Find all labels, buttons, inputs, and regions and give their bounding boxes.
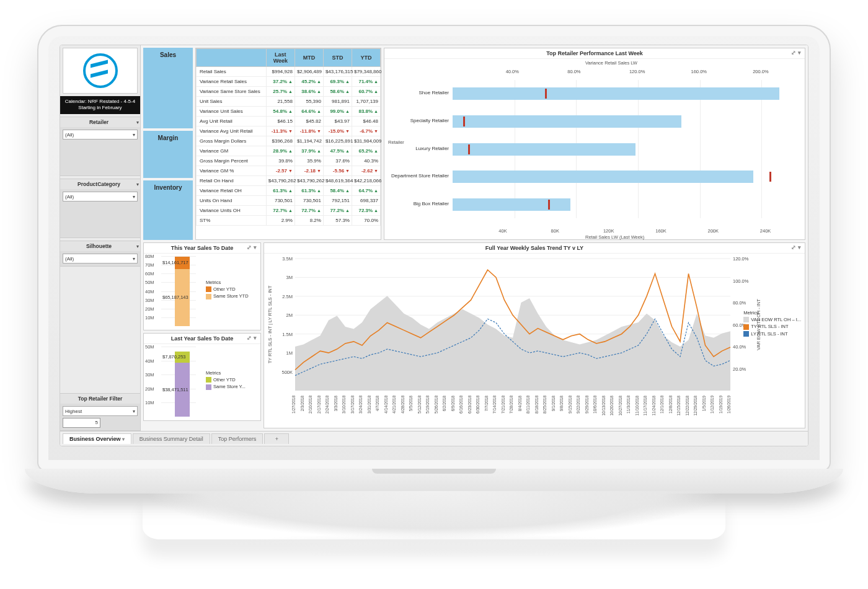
kpi-value: $42,218,066 xyxy=(352,176,380,186)
kpi-value: 730,501 xyxy=(294,196,323,206)
gridline xyxy=(700,80,701,218)
retailer-axis-label: Retailer xyxy=(388,140,404,145)
filter-dropdown-silhouette[interactable]: (All)▾ xyxy=(63,254,138,264)
filter-label: Retailer xyxy=(89,119,108,125)
kpi-value: 83.8% xyxy=(352,107,380,117)
filter-header: ProductCategory▾ xyxy=(60,179,140,189)
filter-dropdown-productcategory[interactable]: (All)▾ xyxy=(63,192,138,202)
chevron-down-icon: ▾ xyxy=(133,194,135,200)
legend-item: VAR EOW RTL OH – I... xyxy=(743,317,801,323)
laptop-shadow xyxy=(211,533,657,558)
svg-text:9/22/2018: 9/22/2018 xyxy=(576,396,580,414)
retailer-row-label: Department Store Retailer xyxy=(387,173,449,179)
kpi-value: 54.8% xyxy=(266,107,294,117)
kpi-row: Variance Retail Sales37.2%45.2%69.3%71.4… xyxy=(197,77,381,87)
filter-block-productcategory: ProductCategory▾ (All)▾ xyxy=(60,179,140,238)
filter-dropdown-retailer[interactable]: (All)▾ xyxy=(63,130,138,140)
kpi-value: 55,390 xyxy=(294,97,323,107)
same-store-value-label: $38,471,511 xyxy=(162,387,188,392)
kpi-value: 37.2% xyxy=(266,77,294,87)
kpi-metric-name: Retail On Hand xyxy=(197,176,267,186)
svg-text:3/17/2018: 3/17/2018 xyxy=(350,396,355,414)
tab-add-button[interactable]: + xyxy=(264,433,289,444)
kpi-value: 72.7% xyxy=(294,206,323,216)
tab-business-summary-detail[interactable]: Business Summary Detail xyxy=(133,433,210,444)
axis-tick: 200.0% xyxy=(753,69,768,74)
kpi-value: -2.57 xyxy=(266,166,294,176)
gridline xyxy=(761,80,762,218)
kpi-value: 65.2% xyxy=(352,146,380,156)
expand-icon[interactable]: ⤢ ▾ xyxy=(247,335,257,341)
kpi-metric-name: Gross Margin Percent xyxy=(197,156,267,166)
kpi-value: -15.0% xyxy=(323,126,352,136)
top-retailer-filter-dropdown[interactable]: Highest ▾ xyxy=(63,406,138,416)
other-value-label: $14,161,717 xyxy=(162,260,188,265)
kpi-value: 64.6% xyxy=(294,107,323,117)
section-sales-label: Sales xyxy=(143,48,193,128)
weekly-trend-chart: 500K1M1.5M2M2.5M3M3.5M20.0%40.0%60.0%80.… xyxy=(264,254,805,428)
kpi-col-header: YTD xyxy=(352,49,380,67)
svg-text:2/10/2018: 2/10/2018 xyxy=(308,396,312,414)
svg-text:3/3/2018: 3/3/2018 xyxy=(334,396,338,412)
axis-tick: 40M xyxy=(145,358,154,364)
svg-text:3/24/2018: 3/24/2018 xyxy=(358,396,363,414)
legend-item: LY RTL SLS - INT xyxy=(743,331,801,337)
kpi-value: 47.5% xyxy=(323,146,352,156)
kpi-value: $396,268 xyxy=(266,136,294,146)
sidebar-panel: Calendar: NRF Restated - 4-5-4 Starting … xyxy=(60,45,141,431)
tab-business-overview[interactable]: Business Overview xyxy=(63,433,131,444)
svg-text:8/18/2018: 8/18/2018 xyxy=(534,396,539,414)
retailer-row-label: Big Box Retailer xyxy=(387,201,449,206)
svg-text:2/17/2018: 2/17/2018 xyxy=(317,396,321,414)
expand-icon[interactable]: ⤢ ▾ xyxy=(247,244,257,250)
kpi-value: $1,194,742 xyxy=(294,136,323,146)
svg-text:1/19/2019: 1/19/2019 xyxy=(719,396,723,414)
kpi-metric-name: Variance Units OH xyxy=(197,206,267,216)
retailer-perf-title-text: Top Retailer Performance Last Week xyxy=(546,50,643,56)
filter-value: (All) xyxy=(65,194,74,200)
kpi-table: Last WeekMTDSTDYTD Retail Sales$994,928$… xyxy=(196,48,381,226)
filter-label: Silhouette xyxy=(86,243,112,249)
svg-text:5/19/2018: 5/19/2018 xyxy=(425,396,430,414)
tab-top-performers[interactable]: Top Performers xyxy=(211,433,264,444)
kpi-value: 72.3% xyxy=(352,206,380,216)
kpi-metric-name: Unit Sales xyxy=(197,97,267,107)
kpi-value: -2.18 xyxy=(294,166,323,176)
expand-icon[interactable]: ⤢ ▾ xyxy=(791,244,801,250)
svg-text:11/3/2018: 11/3/2018 xyxy=(626,396,631,414)
kpi-value: 28.9% xyxy=(266,146,294,156)
kpi-value: 64.7% xyxy=(352,186,380,196)
kpi-value: 730,501 xyxy=(266,196,294,206)
legend-title: Metrics xyxy=(206,280,249,285)
svg-text:20.0%: 20.0% xyxy=(733,366,746,372)
kpi-table-pane: Last WeekMTDSTDYTD Retail Sales$994,928$… xyxy=(195,48,381,240)
expand-icon[interactable]: ⤢ ▾ xyxy=(791,50,801,56)
retailer-sales-bar xyxy=(453,198,570,211)
kpi-col-header: STD xyxy=(323,49,352,67)
svg-text:10/13/2018: 10/13/2018 xyxy=(601,396,606,416)
svg-text:3.5M: 3.5M xyxy=(282,256,293,262)
calendar-banner: Calendar: NRF Restated - 4-5-4 Starting … xyxy=(60,96,140,114)
kpi-value: 99.0% xyxy=(323,107,352,117)
kpi-value: 61.3% xyxy=(266,186,294,196)
svg-text:1/5/2019: 1/5/2019 xyxy=(702,396,706,412)
kpi-metric-name: ST% xyxy=(197,216,267,226)
svg-text:6/16/2018: 6/16/2018 xyxy=(459,396,463,414)
axis-tick: 160.0% xyxy=(691,69,707,74)
axis-tick: 240K xyxy=(760,228,771,234)
trend-legend: Metrics VAR EOW RTL OH – I... TY RTL SLS… xyxy=(743,310,801,339)
svg-text:8/11/2018: 8/11/2018 xyxy=(526,396,530,414)
kpi-row: Gross Margin Percent39.8%35.9%37.6%40.3% xyxy=(197,156,381,166)
top-retailer-count-input[interactable]: 5 xyxy=(63,418,100,428)
kpi-row: Variance GM %-2.57-2.18-5.56-2.62 xyxy=(197,166,381,176)
svg-text:6/9/2018: 6/9/2018 xyxy=(451,396,455,412)
axis-tick: 80.0% xyxy=(567,69,580,74)
this-year-title: This Year Sales To Date xyxy=(171,245,234,251)
kpi-value: $16,225,891 xyxy=(323,136,352,146)
top-retailer-performance-pane: Top Retailer Performance Last Week ⤢ ▾ V… xyxy=(384,48,805,240)
filter-header: Silhouette▾ xyxy=(60,241,140,251)
chart-legend: Metrics Other YTD Same Store Y... xyxy=(206,370,246,391)
kpi-row: ST%2.9%8.2%57.3%70.0% xyxy=(197,216,381,226)
svg-text:7/28/2018: 7/28/2018 xyxy=(509,396,513,414)
kpi-metric-name: Variance Unit Sales xyxy=(197,107,267,117)
